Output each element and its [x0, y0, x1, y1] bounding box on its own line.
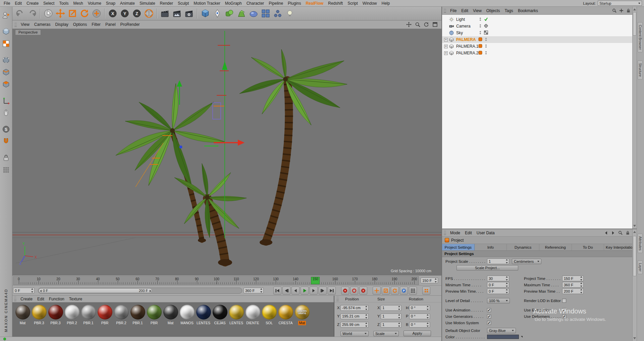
frame-field[interactable]: 150 F [421, 278, 438, 283]
spinner-icon[interactable] [365, 314, 368, 319]
menu-mesh[interactable]: Mesh [71, 1, 85, 6]
next-key-button[interactable] [319, 287, 327, 295]
spinner-icon[interactable] [397, 306, 400, 310]
use-generators-checkbox[interactable]: ✓ [487, 314, 491, 319]
spinner-icon[interactable] [505, 276, 508, 281]
material-preview[interactable] [81, 305, 96, 320]
menu-panel[interactable]: Panel [103, 22, 118, 27]
menu-tools[interactable]: Tools [57, 1, 71, 6]
range-end-handle[interactable]: 200 F [139, 289, 148, 293]
menu-plugins[interactable]: Plugins [285, 1, 303, 6]
object-row-light[interactable]: +Light [442, 16, 637, 23]
object-row-palmera-2[interactable]: +PALMERA.2 [442, 50, 637, 56]
material-1-mat[interactable]: Mat [14, 305, 31, 325]
material-16-sol[interactable]: SOL [261, 305, 277, 325]
scroll-thumb[interactable] [633, 236, 636, 276]
check-tag-icon[interactable] [484, 17, 488, 21]
material-preview[interactable] [15, 305, 30, 320]
object-row-camera[interactable]: +Camera [442, 23, 637, 30]
menu-window[interactable]: Window [360, 1, 379, 6]
material-tag-icon[interactable] [478, 51, 482, 55]
points-mode-button[interactable] [1, 55, 11, 65]
material-12-lentes[interactable]: LENTES [195, 305, 212, 325]
menu-script[interactable]: Script [345, 1, 360, 6]
material-17-cresta[interactable]: CRESTA [277, 305, 294, 325]
menu-mode[interactable]: Mode [448, 231, 463, 235]
next-frame-button[interactable] [310, 287, 318, 295]
menu-create[interactable]: Create [18, 297, 35, 301]
material-preview[interactable] [213, 305, 227, 320]
position-x-field[interactable]: -95.574 cm [340, 305, 369, 311]
object-name[interactable]: Light [456, 17, 465, 22]
menu-file[interactable]: File [1, 1, 12, 6]
spinner-icon[interactable] [505, 259, 508, 263]
material-10-mat[interactable]: Mat [162, 305, 179, 325]
material-preview[interactable] [229, 305, 244, 320]
spinner-icon[interactable] [365, 306, 368, 310]
spinner-icon[interactable] [426, 314, 429, 319]
texture-mode-button[interactable] [1, 39, 11, 48]
timeline-ruler[interactable]: 0102030405060708090100110120130140150160… [13, 276, 419, 285]
material-preview[interactable] [147, 305, 162, 320]
panel-grip[interactable] [444, 8, 446, 13]
rotation-p-field[interactable]: 0 ° [409, 313, 430, 319]
material-preview[interactable] [98, 305, 112, 320]
material-preview[interactable] [114, 305, 129, 320]
edges-mode-button[interactable] [1, 67, 11, 77]
lock-y-button[interactable]: Y [119, 7, 131, 19]
tab-layer[interactable]: Layer [638, 260, 643, 274]
size-x-field[interactable]: 1 [381, 305, 401, 311]
scale-mode-select[interactable]: Scale [373, 331, 399, 336]
spinner-icon[interactable] [426, 306, 429, 310]
material-preview[interactable] [32, 305, 47, 320]
tab-dynamics[interactable]: Dynamics [507, 244, 539, 250]
edit-render-settings-button[interactable] [183, 7, 195, 19]
workplane-lock-button[interactable] [1, 153, 11, 162]
scroll-down-icon[interactable] [633, 337, 636, 340]
menu-volume[interactable]: Volume [86, 1, 104, 6]
project-scale-unit-select[interactable]: Centimeters [512, 259, 541, 264]
material-tag-icon[interactable] [478, 37, 482, 41]
dots-tag-icon[interactable] [478, 31, 482, 35]
menu-file[interactable]: File [448, 8, 459, 13]
panel-grip[interactable] [336, 297, 339, 301]
displacer-button[interactable] [248, 7, 260, 19]
lock-x-button[interactable]: X [107, 7, 119, 19]
scroll-up-icon[interactable] [633, 8, 636, 10]
use-animation-checkbox[interactable]: ✓ [487, 308, 491, 312]
material-preview[interactable] [180, 305, 195, 320]
maximize-view-button[interactable] [432, 22, 438, 28]
spinner-icon[interactable] [434, 278, 437, 283]
tab-referencing[interactable]: Referencing [539, 244, 572, 250]
search-icon[interactable] [612, 8, 616, 13]
menu-character[interactable]: Character [244, 1, 267, 6]
material-preview[interactable] [130, 305, 145, 320]
bevel-button[interactable] [235, 7, 248, 19]
layout-select[interactable]: Startup [598, 1, 642, 6]
redo-button[interactable] [26, 7, 38, 19]
last-tool-button[interactable] [91, 7, 103, 19]
scroll-thumb[interactable] [633, 12, 636, 36]
tab-key-interpolation[interactable]: Key Interpolation [604, 244, 637, 250]
object-row-sky[interactable]: +Sky [442, 30, 637, 36]
position-z-field[interactable]: 255.99 cm [340, 322, 369, 328]
color-swatch[interactable] [487, 335, 519, 339]
material-preview[interactable] [262, 305, 277, 320]
spinner-icon[interactable] [580, 289, 583, 293]
array-button[interactable] [260, 7, 272, 19]
menu-cameras[interactable]: Cameras [32, 22, 53, 27]
menu-edit[interactable]: Edit [12, 1, 24, 6]
color-picker-icon[interactable] [521, 336, 523, 338]
zoom-view-button[interactable] [414, 22, 421, 28]
material-6-pbr[interactable]: PBR [97, 305, 113, 325]
size-y-field[interactable]: 1 [381, 313, 401, 319]
menu-view[interactable]: View [471, 8, 484, 13]
axis-mode-button[interactable] [1, 96, 11, 105]
record-keyframe-button[interactable] [341, 287, 349, 295]
attribute-scrollbar[interactable] [632, 229, 637, 341]
spinner-icon[interactable] [505, 283, 508, 287]
menu-help[interactable]: Help [379, 1, 392, 6]
material-15-diente[interactable]: DIENTE [245, 305, 261, 325]
menu-mograph[interactable]: MoGraph [223, 1, 244, 6]
section-header[interactable]: Project Settings [442, 251, 637, 257]
